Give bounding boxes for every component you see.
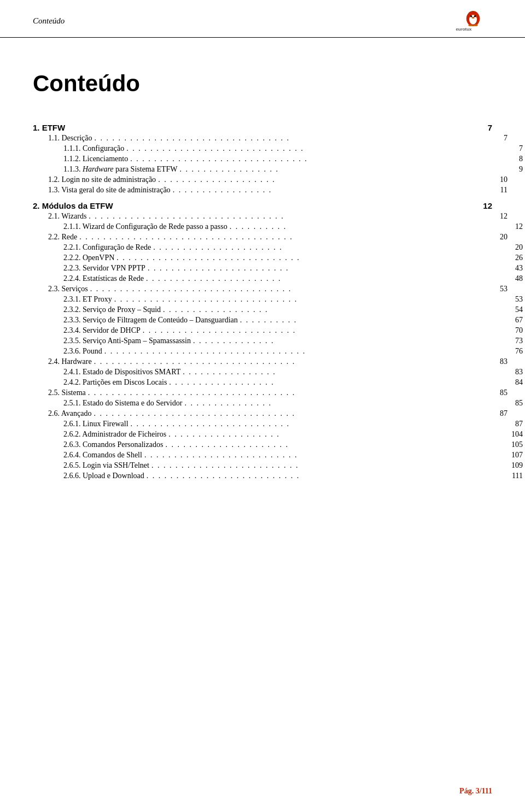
toc-entry-2-6-6: 2.6.6. Upload e Download . . . . . . . .…	[63, 472, 523, 480]
toc-fill: . . . . . . . . . . . . . . . . . . . . …	[142, 451, 511, 460]
toc-fill: . . . . . . . . . . . . . . . . . . . . …	[86, 212, 500, 221]
toc-entry-2-3-5-page: 73	[515, 337, 523, 345]
toc-entry-2-3-2: 2.3.2. Serviço de Proxy – Squid . . . . …	[63, 305, 523, 314]
toc-entry-2-6-4-label: 2.6.4. Comandos de Shell	[63, 451, 142, 460]
toc-entry-2-6-1-page: 87	[515, 420, 523, 428]
toc-entry-1-1-1-page: 7	[519, 144, 523, 153]
toc-fill: . . . . . . . . . . . . . . . . . . . . …	[92, 357, 500, 366]
toc-entry-1-1-2: 1.1.2. Licenciamento . . . . . . . . . .…	[63, 155, 523, 163]
toc-entry-1-2-label: 1.2. Login no site de administração	[48, 175, 156, 184]
toc-entry-2-2-2-page: 26	[515, 254, 523, 262]
toc-entry-2-2-3-page: 43	[515, 264, 523, 273]
toc-entry-1-1-2-label: 1.1.2. Licenciamento	[63, 155, 128, 163]
toc-fill: . . . . . . . . . . . . . . . . . . . . …	[86, 389, 500, 397]
toc-entry-2-3-3-label: 2.3.3. Serviço de Filtragem de Conteúdo …	[63, 316, 238, 325]
toc-entry-2-3-2-label: 2.3.2. Serviço de Proxy – Squid	[63, 305, 161, 314]
toc-entry-2-2-4-label: 2.2.4. Estatísticas de Rede	[63, 274, 144, 283]
toc-entry-2-3-1-label: 2.3.1. ET Proxy	[63, 295, 112, 304]
toc-entry-2-3-4-label: 2.3.4. Servidor de DHCP	[63, 326, 141, 335]
toc-fill: . . . . . . . . . . . . . . . . . . . . …	[92, 134, 504, 143]
toc-entry-2-4-2: 2.4.2. Partições em Discos Locais . . . …	[63, 378, 523, 387]
toc-entry-2-3-1-page: 53	[515, 295, 523, 304]
toc-fill: . . . . . . . . . .	[228, 222, 515, 231]
toc-entry-2-6-3: 2.6.3. Comandos Personalizados . . . . .…	[63, 440, 523, 449]
toc-fill: . . . . . . . . . . . . . . . .	[180, 368, 515, 376]
toc-entry-2-6-2: 2.6.2. Administrador de Ficheiros . . . …	[63, 430, 523, 439]
toc-section-1-page: 7	[488, 123, 492, 132]
toc-entry-1-2: 1.2. Login no site de administração . . …	[48, 175, 508, 184]
toc-fill: . . . . . . . . . . . . . . . . . .	[161, 305, 515, 314]
page-footer: Pág. 3/111	[459, 787, 492, 796]
toc-fill: . . . . . . . . . . . . . . . . . . . . …	[91, 409, 500, 418]
toc-entry-2-6-5: 2.6.5. Login via SSH/Telnet . . . . . . …	[63, 461, 523, 470]
toc-entry-2-3-3: 2.3.3. Serviço de Filtragem de Conteúdo …	[63, 316, 523, 325]
toc-fill: . . . . . . . . . . . . . . . . . . . . …	[141, 326, 515, 335]
toc-entry-2-4-1-page: 83	[515, 368, 523, 376]
toc-entry-2-3-6-page: 76	[515, 347, 523, 356]
svg-point-5	[468, 25, 473, 27]
toc-entry-2-2-label: 2.2. Rede	[48, 233, 77, 242]
toc-fill: . . . . . . . . . .	[238, 316, 515, 325]
toc-entry-2-3-page: 53	[500, 285, 508, 293]
toc-entry-2-4-1-label: 2.4.1. Estado de Dispositivos SMART	[63, 368, 180, 376]
toc-fill: . . . . . . . . . . . . . . . . . . . . …	[144, 472, 512, 480]
toc-fill: . . . . . . . . . . . . . . . . . . . . …	[114, 254, 515, 262]
toc-entry-2-2-4-page: 48	[515, 274, 523, 283]
toc-fill: . . . . . . . . . . . . . . . . . . . . …	[149, 461, 511, 470]
toc-fill: . . . . . . . . . . . . . . . . . . . . …	[144, 274, 515, 283]
toc-entry-2-3-5: 2.3.5. Serviço Anti-Spam – Spamassassin …	[63, 337, 523, 345]
toc-entry-2-2-3: 2.2.3. Servidor VPN PPTP . . . . . . . .…	[63, 264, 523, 273]
toc-entry-2-5-1-label: 2.5.1. Estado do Sistema e do Servidor	[63, 399, 182, 408]
toc-fill: . . . . . . . . . . . . . . . . . . . .	[156, 175, 500, 184]
toc-fill: . . . . . . . . . . . . . . . . . . . . …	[163, 440, 511, 449]
toc-entry-2-2: 2.2. Rede . . . . . . . . . . . . . . . …	[48, 233, 508, 242]
table-of-contents: 1. ETFW 7 1.1. Descrição . . . . . . . .…	[33, 123, 492, 480]
toc-entry-2-2-1: 2.2.1. Configuração de Rede . . . . . . …	[63, 243, 523, 252]
toc-entry-2-4-page: 83	[500, 357, 508, 366]
toc-entry-1-1-3-page: 9	[519, 165, 523, 174]
toc-entry-2-3-6: 2.3.6. Pound . . . . . . . . . . . . . .…	[63, 347, 523, 356]
toc-entry-2-2-2: 2.2.2. OpenVPN . . . . . . . . . . . . .…	[63, 254, 523, 262]
toc-entry-2-3-4: 2.3.4. Servidor de DHCP . . . . . . . . …	[63, 326, 523, 335]
toc-entry-2-3-2-page: 54	[515, 305, 523, 314]
toc-fill: . . . . . . . . . . . . . . . . . . . . …	[128, 155, 519, 163]
toc-fill: . . . . . . . . . . . . . . . . .	[171, 186, 500, 195]
toc-section-1: 1. ETFW 7	[33, 123, 492, 132]
toc-entry-2-2-1-page: 20	[515, 243, 523, 252]
toc-entry-1-1: 1.1. Descrição . . . . . . . . . . . . .…	[48, 134, 508, 143]
toc-entry-2-1: 2.1. Wizards . . . . . . . . . . . . . .…	[48, 212, 508, 221]
toc-section-2: 2. Módulos da ETFW 12	[33, 201, 492, 210]
toc-fill: . . . . . . . . . . . . . . . . . . . . …	[77, 233, 500, 242]
page-title: Conteúdo	[33, 70, 492, 97]
toc-entry-2-6-5-page: 109	[511, 461, 523, 470]
toc-entry-2-6-1: 2.6.1. Linux Firewall . . . . . . . . . …	[63, 420, 523, 428]
toc-entry-2-1-1: 2.1.1. Wizard de Configuração de Rede pa…	[63, 222, 523, 231]
toc-entry-2-3: 2.3. Serviços . . . . . . . . . . . . . …	[48, 285, 508, 293]
logo-area: eurotux	[454, 10, 492, 32]
toc-entry-2-3-4-page: 70	[515, 326, 523, 335]
toc-entry-1-1-3-label: 1.1.3. Hardware para Sistema ETFW	[63, 165, 178, 174]
toc-entry-2-6-page: 87	[500, 409, 508, 418]
footer-page-number: Pág. 3/111	[459, 787, 492, 795]
svg-point-4	[471, 17, 474, 19]
toc-fill: . . . . . . . . . . . . . . . . . . . . …	[145, 264, 515, 273]
toc-entry-2-2-2-label: 2.2.2. OpenVPN	[63, 254, 114, 262]
toc-entry-2-6-1-label: 2.6.1. Linux Firewall	[63, 420, 129, 428]
toc-entry-2-2-4: 2.2.4. Estatísticas de Rede . . . . . . …	[63, 274, 523, 283]
toc-entry-1-1-2-page: 8	[519, 155, 523, 163]
toc-entry-2-5: 2.5. Sistema . . . . . . . . . . . . . .…	[48, 389, 508, 397]
svg-point-3	[474, 15, 476, 17]
toc-entry-2-5-label: 2.5. Sistema	[48, 389, 86, 397]
toc-section-1-label: 1. ETFW	[33, 123, 65, 132]
header: Conteúdo eurotux	[0, 0, 525, 38]
toc-entry-1-1-page: 7	[504, 134, 508, 143]
svg-text:eurotux: eurotux	[456, 27, 472, 32]
toc-entry-2-3-1: 2.3.1. ET Proxy . . . . . . . . . . . . …	[63, 295, 523, 304]
toc-entry-2-1-label: 2.1. Wizards	[48, 212, 86, 221]
toc-entry-1-3-page: 11	[500, 186, 508, 195]
toc-fill: . . . . . . . . . . . . . . . . . . . . …	[102, 347, 515, 356]
toc-entry-2-4-2-page: 84	[515, 378, 523, 387]
toc-entry-2-3-5-label: 2.3.5. Serviço Anti-Spam – Spamassassin	[63, 337, 191, 345]
toc-fill: . . . . . . . . . . . . . . . . . . . . …	[88, 285, 500, 293]
toc-fill: . . . . . . . . . . . . . . .	[182, 399, 515, 408]
